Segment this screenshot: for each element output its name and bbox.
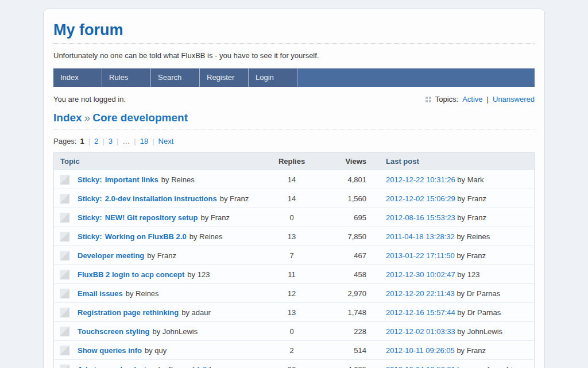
topic-status-icon <box>60 232 69 241</box>
topic-author: by quy <box>145 346 167 355</box>
topic-cell: Developer meetingby Franz <box>54 251 266 260</box>
topic-author: by adaur <box>181 308 211 317</box>
topic-title-link[interactable]: NEW! Git repository setup <box>105 213 198 222</box>
topic-text: Admin panel redesignby Franz [ 1 2 ] <box>78 365 211 368</box>
nav-item-rules[interactable]: Rules <box>102 68 151 87</box>
topic-page-link[interactable]: 1 <box>196 365 200 368</box>
topic-author: by Franz <box>147 251 176 260</box>
page-link-18[interactable]: 18 <box>140 137 148 145</box>
page-background: { "page": { "title": "My forum", "descri… <box>0 0 588 368</box>
topic-author: by Franz <box>200 213 230 222</box>
last-post-link[interactable]: 2012-12-02 15:06:29 <box>386 194 455 203</box>
last-post-author: by 123 <box>457 270 479 279</box>
sticky-label: Sticky: <box>78 213 102 222</box>
topic-title-link[interactable]: Email issues <box>78 289 123 298</box>
topic-status-icon <box>60 175 69 185</box>
nav-item-index[interactable]: Index <box>53 68 102 87</box>
last-post-author: by nancyfromafrica <box>457 365 520 368</box>
topic-text: Sticky:NEW! Git repository setupby Franz <box>78 213 233 222</box>
topic-author: by Reines <box>161 175 195 184</box>
topics-filter: Topics: Active | Unanswered <box>425 95 535 103</box>
topics-active-link[interactable]: Active <box>462 95 482 103</box>
nav-item-login[interactable]: Login <box>249 68 297 87</box>
topic-page-link[interactable]: 2 <box>203 365 207 368</box>
page-link-3[interactable]: 3 <box>109 137 113 145</box>
table-row: Admin panel redesignby Franz [ 1 2 ] 26 … <box>54 359 534 368</box>
topic-title-link[interactable]: 2.0-dev installation instructions <box>105 194 217 203</box>
last-post-author: by Reines <box>457 232 490 241</box>
topic-text: Email issuesby Reines <box>78 289 162 298</box>
last-post-cell: 2012-12-22 10:31:26 by Mark <box>384 175 534 184</box>
forum-title: My forum <box>53 22 535 38</box>
last-post-link[interactable]: 2012-12-16 15:57:44 <box>386 308 455 317</box>
topics-unanswered-link[interactable]: Unanswered <box>493 95 535 103</box>
table-row: Email issuesby Reines 12 2,970 2012-12-2… <box>54 283 534 302</box>
sticky-label: Sticky: <box>78 194 102 203</box>
topic-title-link[interactable]: Important links <box>105 175 158 184</box>
last-post-link[interactable]: 2011-04-18 13:28:32 <box>386 232 455 241</box>
page-ellipsis: … <box>122 137 130 145</box>
login-status: You are not logged in. <box>53 95 126 103</box>
last-post-author: by Franz <box>457 213 486 222</box>
nav-item-search[interactable]: Search <box>151 68 200 87</box>
breadcrumb-current-link[interactable]: Core development <box>92 112 188 124</box>
table-row: Developer meetingby Franz 7 467 2013-01-… <box>54 246 534 264</box>
column-header-last-post: Last post <box>384 157 534 166</box>
topic-title-link[interactable]: FluxBB 2 login to acp concept <box>78 270 184 279</box>
pagination-separator: | <box>98 137 108 145</box>
topic-author: by Reines <box>189 232 223 241</box>
topic-status-icon <box>60 365 69 368</box>
table-row: Sticky:Important linksby Reines 14 4,801… <box>54 170 534 189</box>
column-header-topic: Topic <box>54 157 266 166</box>
views-count: 4,035 <box>318 365 384 368</box>
last-post-link[interactable]: 2013-01-22 17:11:50 <box>386 251 455 260</box>
navbar-filler <box>297 68 535 87</box>
last-post-link[interactable]: 2012-12-30 10:02:47 <box>386 270 455 279</box>
topic-status-icon <box>60 289 69 298</box>
last-post-link[interactable]: 2012-12-22 10:31:26 <box>386 175 455 184</box>
table-row: FluxBB 2 login to acp conceptby 123 11 4… <box>54 264 534 283</box>
sticky-label: Sticky: <box>78 232 102 241</box>
topic-title-link[interactable]: Touchscreen styling <box>78 327 149 336</box>
topic-cell: Email issuesby Reines <box>54 289 266 298</box>
topic-title-link[interactable]: Admin panel redesign <box>78 365 156 368</box>
replies-count: 14 <box>266 194 318 203</box>
last-post-cell: 2013-01-22 17:11:50 by Franz <box>384 251 534 260</box>
topic-text: Show queries infoby quy <box>78 346 169 355</box>
table-row: Touchscreen stylingby JohnLewis 0 228 20… <box>54 321 534 340</box>
breadcrumb-separator: » <box>82 112 93 124</box>
forum-description: Unfortunately no one can be told what Fl… <box>53 51 535 60</box>
topic-title-link[interactable]: Registration page rethinking <box>78 308 179 317</box>
topic-title-link[interactable]: Developer meeting <box>78 251 144 260</box>
column-header-views: Views <box>318 157 384 166</box>
topic-title-link[interactable]: Show queries info <box>78 346 142 355</box>
breadcrumb: Index»Core development <box>53 112 535 129</box>
topic-author: by Reines <box>126 289 159 298</box>
topic-status-icon <box>60 308 69 317</box>
last-post-link[interactable]: 2012-12-20 22:11:43 <box>386 289 455 298</box>
page-current: 1 <box>76 137 84 145</box>
views-count: 7,850 <box>318 232 384 241</box>
nav-item-register[interactable]: Register <box>200 68 249 87</box>
next-page-link[interactable]: Next <box>158 137 174 145</box>
pagination: Pages:1|2|3|…|18|Next <box>53 137 535 145</box>
replies-count: 13 <box>266 308 318 317</box>
last-post-cell: 2012-12-30 10:02:47 by 123 <box>384 270 534 279</box>
sticky-label: Sticky: <box>78 175 102 184</box>
pagination-separator: | <box>113 137 122 145</box>
topic-status-icon <box>60 270 69 279</box>
topic-title-link[interactable]: Working on FluxBB 2.0 <box>105 232 187 241</box>
topic-author: by 123 <box>187 270 210 279</box>
last-post-link[interactable]: 2012-10-11 09:26:05 <box>386 346 455 355</box>
topic-text: Registration page rethinkingby adaur <box>78 308 214 317</box>
last-post-author: by Mark <box>457 175 483 184</box>
views-count: 228 <box>318 327 384 336</box>
last-post-link[interactable]: 2012-12-02 01:03:33 <box>386 327 455 336</box>
last-post-link[interactable]: 2012-10-04 12:52:31 <box>386 365 455 368</box>
last-post-author: by Franz <box>457 346 486 355</box>
topic-cell: Sticky:Important linksby Reines <box>54 175 266 185</box>
breadcrumb-index-link[interactable]: Index <box>53 112 82 124</box>
topic-status-icon <box>60 251 69 260</box>
last-post-link[interactable]: 2012-08-16 15:53:23 <box>386 213 455 222</box>
status-row: You are not logged in. Topics: Active | … <box>53 95 535 103</box>
